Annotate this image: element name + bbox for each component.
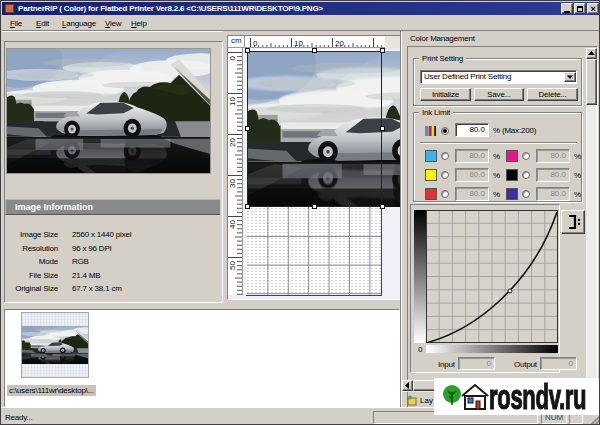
svg-text:0: 0 (253, 39, 258, 48)
svg-text:10: 10 (294, 39, 303, 48)
svg-text:40: 40 (228, 219, 237, 228)
svg-text:20: 20 (335, 39, 344, 48)
svg-text:20: 20 (228, 137, 237, 146)
svg-text:30: 30 (228, 178, 237, 187)
svg-text:50: 50 (228, 260, 237, 269)
svg-text:0: 0 (228, 55, 237, 60)
svg-text:10: 10 (228, 96, 237, 105)
